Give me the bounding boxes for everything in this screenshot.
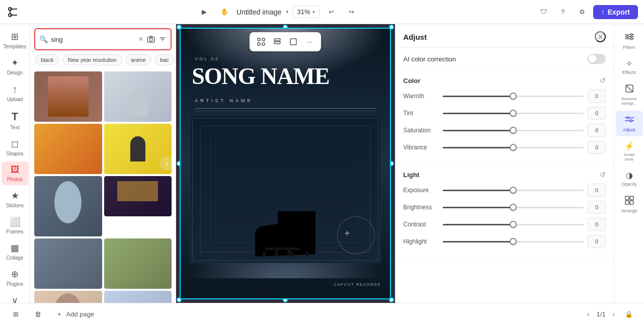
photo-item-8[interactable]: [104, 238, 172, 289]
exposure-value[interactable]: 0: [588, 184, 606, 197]
right-effects-button[interactable]: ✧ Effects: [616, 55, 643, 79]
brightness-slider[interactable]: [443, 207, 584, 208]
add-page-button[interactable]: + Add page: [52, 308, 99, 320]
undo-button[interactable]: ↩: [324, 4, 340, 20]
adjust-close-button[interactable]: ✕: [595, 31, 606, 42]
search-clear-icon[interactable]: ✕: [138, 36, 143, 43]
sidebar-item-design[interactable]: ✦ Design: [2, 54, 29, 78]
warmth-slider-row: Warmth 0: [404, 90, 606, 103]
prev-page-button[interactable]: ‹: [584, 309, 592, 319]
right-arrange-button[interactable]: Arrange: [616, 192, 643, 217]
help-icon-button[interactable]: ?: [555, 4, 571, 20]
canvas-tool-grid[interactable]: [254, 34, 269, 49]
svg-rect-11: [262, 38, 265, 41]
design-icon: ✦: [11, 57, 19, 68]
canvas-nav-prev[interactable]: ‹: [159, 156, 174, 171]
canvas-tool-crop[interactable]: [286, 34, 301, 49]
warmth-slider[interactable]: [443, 96, 584, 97]
sidebar-expand-button[interactable]: ∨: [2, 292, 29, 303]
hand-tool-button[interactable]: ✋: [216, 4, 232, 20]
topbar-center: ▶ ✋ Untitled image ▾ 31% ▾ ↩ ↪: [24, 4, 532, 20]
search-input[interactable]: [51, 36, 135, 43]
export-icon: ↑: [601, 8, 605, 16]
sidebar-item-stickers[interactable]: ★ Stickers: [2, 187, 29, 211]
sidebar-item-upload[interactable]: ↑ Upload: [2, 80, 29, 105]
ai-color-section: AI color correction: [395, 48, 614, 70]
remove-bg-label: Removebackgr...: [621, 97, 636, 106]
saturation-value[interactable]: 0: [588, 124, 606, 137]
sidebar-item-shapes[interactable]: ◻ Shapes: [2, 135, 29, 159]
svg-rect-43: [630, 201, 633, 204]
stickers-icon: ★: [11, 190, 19, 201]
play-button[interactable]: ▶: [196, 4, 212, 20]
plugins-icon: ⊕: [11, 269, 19, 280]
export-button[interactable]: ↑ Export: [593, 5, 638, 19]
photo-item-10[interactable]: [104, 291, 172, 303]
page-thumbnail-button[interactable]: ⊞: [8, 308, 24, 320]
opacity-icon: ◑: [626, 171, 633, 180]
sidebar-item-label-frames: Frames: [7, 229, 24, 234]
photo-item-5[interactable]: [34, 176, 102, 236]
canvas-frame[interactable]: VOL.02 SONG NAME ARTIST NAME: [180, 28, 391, 299]
contrast-value[interactable]: 0: [588, 218, 606, 231]
right-filters-button[interactable]: Filters: [616, 28, 643, 54]
exposure-label: Exposure: [404, 187, 439, 194]
highlight-label: Highlight: [404, 238, 439, 245]
sidebar-item-frames[interactable]: ⬜ Frames: [2, 213, 29, 237]
right-adjust-button[interactable]: Adjust: [616, 111, 643, 136]
settings-icon-button[interactable]: ⚙: [574, 4, 590, 20]
left-sidebar: ⊞ Templates ✦ Design ↑ Upload T Text ◻ S…: [0, 24, 30, 303]
tag-new-year[interactable]: New year resolution: [62, 54, 122, 65]
photo-item-2[interactable]: [104, 71, 172, 122]
search-camera-button[interactable]: [146, 33, 155, 45]
sidebar-item-text[interactable]: T Text: [2, 107, 29, 133]
saturation-slider-row: Saturation 0: [404, 124, 606, 137]
photo-item-3[interactable]: [34, 124, 102, 174]
sidebar-item-label-photos: Photos: [7, 177, 23, 182]
canvas-tool-layers[interactable]: [270, 34, 285, 49]
contrast-slider[interactable]: [443, 224, 584, 225]
sidebar-item-plugins[interactable]: ⊕ Plugins: [2, 266, 29, 290]
brightness-value[interactable]: 0: [588, 201, 606, 214]
right-opacity-button[interactable]: ◑ Opacity: [616, 167, 643, 191]
sidebar-item-templates[interactable]: ⊞ Templates: [2, 28, 29, 52]
color-refresh-icon[interactable]: ↺: [600, 76, 606, 85]
light-refresh-icon[interactable]: ↺: [600, 171, 606, 179]
right-smart-tools-button[interactable]: ⚡ Smarttools: [616, 137, 643, 166]
canvas-nav-next[interactable]: ›: [397, 156, 411, 171]
sidebar-bottom: ∨: [2, 292, 29, 303]
sidebar-item-collage[interactable]: ▦ Collage: [2, 239, 29, 264]
photo-item-9[interactable]: [34, 291, 102, 303]
doc-chevron[interactable]: ▾: [286, 9, 289, 15]
delete-page-button[interactable]: 🗑: [30, 308, 46, 320]
tag-black[interactable]: black: [35, 54, 59, 65]
lock-page-button[interactable]: 🔒: [622, 309, 636, 319]
svg-rect-22: [287, 250, 290, 257]
adjust-icon: [625, 115, 634, 126]
warmth-value[interactable]: 0: [588, 90, 606, 103]
vibrance-slider[interactable]: [443, 147, 584, 148]
photo-item-7[interactable]: [34, 238, 102, 289]
next-page-button[interactable]: ›: [610, 309, 618, 319]
canvas-tool-more[interactable]: ···: [302, 34, 317, 49]
search-filter-button[interactable]: [158, 33, 167, 45]
exposure-slider[interactable]: [443, 190, 584, 191]
vibrance-value[interactable]: 0: [588, 141, 606, 154]
zoom-control[interactable]: 31% ▾: [293, 6, 319, 18]
ai-color-toggle[interactable]: [588, 54, 606, 64]
tint-slider[interactable]: [443, 113, 584, 114]
redo-button[interactable]: ↪: [344, 4, 360, 20]
sidebar-item-photos[interactable]: 🖼 Photos: [2, 161, 29, 185]
saturation-slider[interactable]: [443, 130, 584, 131]
shield-icon-button[interactable]: 🛡: [536, 4, 552, 20]
right-remove-bg-button[interactable]: Removebackgr...: [616, 80, 643, 110]
highlight-slider[interactable]: [443, 241, 584, 242]
color-section: Color ↺ Warmth 0 Tint 0: [395, 70, 614, 165]
tint-value[interactable]: 0: [588, 107, 606, 120]
sidebar-item-label-text: Text: [10, 125, 19, 130]
tag-anime[interactable]: anime: [125, 54, 151, 65]
tag-bac[interactable]: bac: [154, 54, 175, 65]
highlight-value[interactable]: 0: [588, 235, 606, 248]
photo-item-1[interactable]: [34, 71, 102, 122]
photo-item-6[interactable]: [104, 176, 172, 216]
